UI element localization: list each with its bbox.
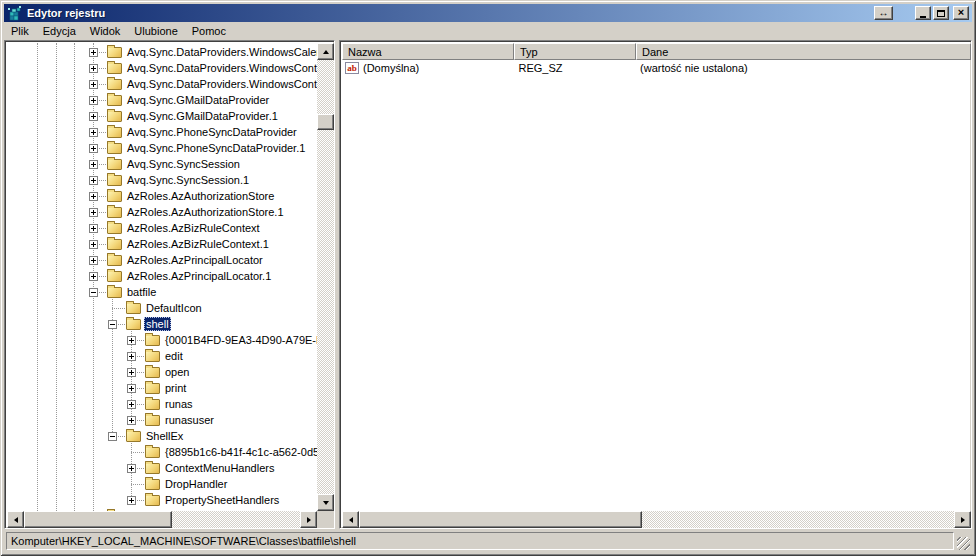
tree-item-label[interactable]: Avq.Sync.GMailDataProvider.1 xyxy=(125,109,280,123)
menu-item-edycja[interactable]: Edycja xyxy=(36,23,83,40)
resize-grip-icon[interactable] xyxy=(957,537,970,550)
close-button[interactable]: × xyxy=(953,6,969,20)
tree-item-label[interactable]: Avq.Sync.GMailDataProvider xyxy=(125,93,271,107)
expand-icon[interactable] xyxy=(89,112,98,121)
minimize-button[interactable] xyxy=(915,6,931,20)
tree-item-label[interactable]: shell xyxy=(144,317,171,331)
maximize-button[interactable] xyxy=(933,6,949,20)
arrow-left-icon xyxy=(14,517,18,523)
value-row[interactable]: ab(Domyślna)REG_SZ(wartość nie ustalona) xyxy=(342,60,969,76)
tree-item: open xyxy=(7,364,317,380)
tree-item-label[interactable]: Avq.Sync.DataProviders.WindowsConta xyxy=(125,61,317,75)
expand-icon[interactable] xyxy=(127,384,136,393)
tree-vertical-scrollbar[interactable] xyxy=(317,43,334,511)
scroll-down-button[interactable] xyxy=(317,494,334,511)
arrow-up-icon xyxy=(323,50,329,54)
registry-tree-panel: Avq.Sync.DataProviders.WindowsCalendAvq.… xyxy=(4,40,335,529)
folder-icon xyxy=(145,335,160,346)
expand-icon[interactable] xyxy=(127,496,136,505)
tree-item-label[interactable]: {8895b1c6-b41f-4c1c-a562-0d56 xyxy=(163,445,317,459)
tree-item-label[interactable]: AzRoles.AzAuthorizationStore xyxy=(125,189,276,203)
tree-item: Avq.Sync.PhoneSyncDataProvider.1 xyxy=(7,140,317,156)
expand-icon[interactable] xyxy=(89,64,98,73)
menu-item-ulubione[interactable]: Ulubione xyxy=(127,23,184,40)
menu-item-widok[interactable]: Widok xyxy=(83,23,128,40)
tree-item-label[interactable]: runasuser xyxy=(163,413,216,427)
expand-icon[interactable] xyxy=(89,96,98,105)
minimize-icon xyxy=(920,16,926,18)
scroll-right-button[interactable] xyxy=(954,511,971,528)
tree-hscroll-thumb[interactable] xyxy=(24,511,172,528)
tree-item: {8895b1c6-b41f-4c1c-a562-0d56 xyxy=(7,444,317,460)
tree-item-label[interactable]: AzRoles.AzPrincipalLocator xyxy=(125,253,265,267)
scroll-up-button[interactable] xyxy=(317,43,334,60)
collapse-icon[interactable] xyxy=(89,288,98,297)
expand-icon[interactable] xyxy=(89,144,98,153)
tree-item-label[interactable]: edit xyxy=(163,349,185,363)
expand-icon[interactable] xyxy=(89,160,98,169)
collapse-icon[interactable] xyxy=(108,432,117,441)
expand-icon[interactable] xyxy=(127,352,136,361)
expand-icon[interactable] xyxy=(127,336,136,345)
tree-item: runasuser xyxy=(7,412,317,428)
value-type: REG_SZ xyxy=(513,60,635,76)
folder-icon xyxy=(107,255,122,266)
expand-icon[interactable] xyxy=(127,464,136,473)
tree-item: runas xyxy=(7,396,317,412)
expand-icon[interactable] xyxy=(89,48,98,57)
expand-icon[interactable] xyxy=(89,128,98,137)
tree-item-label[interactable]: AzRoles.AzBizRuleContext.1 xyxy=(125,237,271,251)
tree-item-label[interactable]: AzRoles.AzPrincipalLocator.1 xyxy=(125,269,273,283)
expand-icon[interactable] xyxy=(89,256,98,265)
tree-item-label[interactable]: Avq.Sync.DataProviders.WindowsCalend xyxy=(125,45,317,59)
tree-item-label[interactable]: print xyxy=(163,381,188,395)
column-header-name[interactable]: Nazwa xyxy=(342,43,514,60)
menu-item-pomoc[interactable]: Pomoc xyxy=(185,23,233,40)
expand-icon[interactable] xyxy=(89,224,98,233)
tree-item-label[interactable]: AzRoles.AzBizRuleContext xyxy=(125,221,262,235)
expand-icon[interactable] xyxy=(89,208,98,217)
folder-icon xyxy=(107,191,122,202)
scroll-left-button[interactable] xyxy=(342,511,359,528)
expand-icon[interactable] xyxy=(89,272,98,281)
tree-vscroll-thumb[interactable] xyxy=(317,114,334,130)
collapse-icon[interactable] xyxy=(108,320,117,329)
folder-icon xyxy=(145,463,160,474)
title-bar[interactable]: Edytor rejestru ↔ × xyxy=(4,4,972,22)
tree-item-label[interactable]: AzRoles.AzAuthorizationStore.1 xyxy=(125,205,286,219)
scroll-left-button[interactable] xyxy=(7,511,24,528)
tree-item-label[interactable]: open xyxy=(163,365,191,379)
expand-icon[interactable] xyxy=(89,240,98,249)
folder-icon xyxy=(145,399,160,410)
tree-item-label[interactable]: batfile xyxy=(125,285,158,299)
menu-item-plik[interactable]: Plik xyxy=(4,23,36,40)
tree-item-label[interactable]: {0001B4FD-9EA3-4D90-A79E-FD xyxy=(163,333,317,347)
tree-item-label[interactable]: DefaultIcon xyxy=(144,301,204,315)
expand-icon[interactable] xyxy=(89,176,98,185)
list-hscroll-thumb[interactable] xyxy=(359,511,642,528)
tree-item-label[interactable]: runas xyxy=(163,397,195,411)
tree-item-label[interactable]: Avq.Sync.DataProviders.WindowsConta xyxy=(125,77,317,91)
tree-connector-line xyxy=(131,484,144,485)
tree-item-label[interactable]: Avq.Sync.SyncSession.1 xyxy=(125,173,251,187)
list-horizontal-scrollbar[interactable] xyxy=(342,511,971,528)
expand-icon[interactable] xyxy=(127,400,136,409)
expand-icon[interactable] xyxy=(127,416,136,425)
column-header-data[interactable]: Dane xyxy=(636,43,971,60)
tree-horizontal-scrollbar[interactable] xyxy=(7,511,317,528)
scroll-right-button[interactable] xyxy=(300,511,317,528)
resize-toggle-button[interactable]: ↔ xyxy=(874,6,893,20)
tree-item-label[interactable]: ShellEx xyxy=(144,429,185,443)
tree-item-label[interactable]: Avq.Sync.SyncSession xyxy=(125,157,242,171)
tree-item-label[interactable]: DropHandler xyxy=(163,477,229,491)
tree-item-label[interactable]: PropertySheetHandlers xyxy=(163,493,281,507)
expand-icon[interactable] xyxy=(89,192,98,201)
column-header-type[interactable]: Typ xyxy=(514,43,636,60)
expand-icon[interactable] xyxy=(89,80,98,89)
value-name[interactable]: (Domyślna) xyxy=(363,62,419,74)
tree-item-label[interactable]: Avq.Sync.PhoneSyncDataProvider xyxy=(125,125,299,139)
expand-icon[interactable] xyxy=(127,368,136,377)
tree-item-label[interactable]: Avq.Sync.PhoneSyncDataProvider.1 xyxy=(125,141,307,155)
tree-item-label[interactable]: ContextMenuHandlers xyxy=(163,461,276,475)
tree-item: print xyxy=(7,380,317,396)
